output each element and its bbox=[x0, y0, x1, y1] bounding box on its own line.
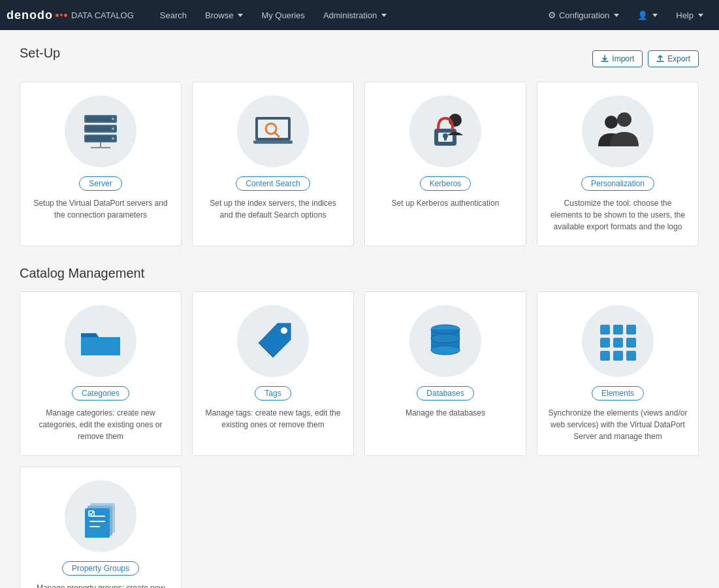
nav-search-label: Search bbox=[160, 10, 187, 20]
setup-title: Set-Up bbox=[20, 46, 60, 61]
nav-my-queries[interactable]: My Queries bbox=[252, 0, 313, 30]
svg-point-22 bbox=[617, 112, 631, 127]
tags-badge: Tags bbox=[255, 386, 291, 400]
denodo-dots bbox=[56, 14, 67, 17]
content-search-badge: Content Search bbox=[236, 176, 310, 191]
svg-rect-20 bbox=[444, 137, 447, 140]
card-tags[interactable]: Tags Manage tags: create new tags, edit … bbox=[192, 291, 354, 456]
nav-configuration-label: Configuration bbox=[559, 10, 609, 20]
elements-desc: Synchronize the elements (views and/or w… bbox=[548, 407, 688, 442]
nav-right: ⚙ Configuration 👤 Help bbox=[539, 0, 712, 30]
server-icon-wrap bbox=[65, 95, 136, 167]
property-groups-icon bbox=[80, 495, 122, 538]
personalization-icon-wrap bbox=[582, 95, 654, 167]
databases-icon bbox=[423, 320, 468, 363]
dot1 bbox=[56, 14, 59, 17]
svg-rect-15 bbox=[253, 140, 293, 144]
card-elements[interactable]: Elements Synchronize the elements (views… bbox=[537, 291, 699, 456]
denodo-wordmark: denodo bbox=[7, 8, 53, 22]
main-content: Set-Up Import Export bbox=[0, 30, 718, 588]
tags-icon-wrap bbox=[237, 305, 309, 377]
svg-point-23 bbox=[281, 327, 287, 334]
nav-administration[interactable]: Administration bbox=[314, 0, 396, 30]
configuration-gear-icon: ⚙ bbox=[548, 10, 556, 20]
import-label: Import bbox=[612, 54, 634, 63]
svg-rect-12 bbox=[258, 120, 288, 138]
nav-help[interactable]: Help bbox=[667, 0, 712, 30]
elements-icon-wrap bbox=[582, 305, 654, 377]
categories-desc: Manage categories: create new categories… bbox=[31, 407, 170, 442]
property-groups-icon-wrap bbox=[65, 480, 136, 552]
setup-cards: Server Setup the Virtual DataPort server… bbox=[20, 82, 699, 246]
configuration-caret-icon bbox=[614, 14, 619, 17]
svg-rect-37 bbox=[600, 351, 610, 361]
catalog-title: DATA CATALOG bbox=[71, 10, 134, 20]
catalog-management-cards: Categories Manage categories: create new… bbox=[20, 291, 699, 456]
property-groups-badge: Property Groups bbox=[62, 561, 139, 576]
card-categories[interactable]: Categories Manage categories: create new… bbox=[20, 291, 182, 456]
svg-rect-31 bbox=[600, 325, 610, 335]
svg-rect-1 bbox=[86, 116, 116, 122]
elements-icon bbox=[597, 321, 639, 361]
nav-administration-label: Administration bbox=[323, 10, 377, 20]
server-icon bbox=[78, 112, 123, 151]
svg-rect-39 bbox=[626, 351, 636, 361]
card-server[interactable]: Server Setup the Virtual DataPort server… bbox=[20, 82, 182, 246]
kerberos-icon bbox=[423, 110, 468, 153]
elements-badge: Elements bbox=[592, 386, 644, 400]
card-property-groups[interactable]: Property Groups Manage property groups: … bbox=[20, 466, 182, 588]
nav-search[interactable]: Search bbox=[151, 0, 196, 30]
svg-point-21 bbox=[605, 116, 618, 129]
export-label: Export bbox=[667, 54, 690, 63]
nav-my-queries-label: My Queries bbox=[261, 10, 304, 20]
content-search-desc: Set up the index servers, the indices an… bbox=[203, 197, 343, 221]
action-buttons: Import Export bbox=[592, 50, 699, 67]
databases-badge: Databases bbox=[417, 386, 473, 400]
svg-rect-33 bbox=[626, 325, 636, 335]
catalog-management-bottom-cards: Property Groups Manage property groups: … bbox=[20, 466, 699, 588]
nav-user[interactable]: 👤 bbox=[628, 0, 667, 30]
card-personalization[interactable]: Personalization Customize the tool: choo… bbox=[537, 82, 699, 246]
svg-rect-4 bbox=[86, 126, 116, 131]
svg-point-5 bbox=[112, 127, 114, 130]
export-icon bbox=[656, 55, 664, 63]
user-icon: 👤 bbox=[637, 10, 648, 20]
brand-area: denodo DATA CATALOG bbox=[7, 8, 144, 22]
nav-help-label: Help bbox=[676, 10, 694, 20]
personalization-badge: Personalization bbox=[581, 176, 654, 191]
content-search-icon bbox=[250, 112, 296, 151]
card-databases[interactable]: Databases Manage the databases bbox=[364, 291, 526, 456]
card-kerberos[interactable]: Kerberos Set up Kerberos authentication bbox=[364, 82, 526, 246]
svg-rect-38 bbox=[613, 351, 623, 361]
tags-desc: Manage tags: create new tags, edit the e… bbox=[203, 407, 343, 431]
categories-icon bbox=[78, 321, 123, 361]
kerberos-badge: Kerberos bbox=[420, 176, 471, 191]
categories-badge: Categories bbox=[72, 386, 129, 400]
nav-browse[interactable]: Browse bbox=[196, 0, 252, 30]
dot2 bbox=[60, 14, 63, 16]
tags-icon bbox=[250, 320, 296, 363]
property-groups-desc: Manage property groups: create new group… bbox=[31, 582, 170, 588]
categories-icon-wrap bbox=[65, 305, 136, 377]
svg-rect-34 bbox=[600, 338, 610, 348]
databases-desc: Manage the databases bbox=[406, 407, 485, 419]
card-content-search[interactable]: Content Search Set up the index servers,… bbox=[192, 82, 354, 246]
svg-point-2 bbox=[112, 118, 114, 120]
dot3 bbox=[64, 14, 67, 17]
personalization-desc: Customize the tool: choose the elements … bbox=[548, 197, 688, 233]
import-icon bbox=[601, 55, 609, 63]
import-button[interactable]: Import bbox=[592, 50, 643, 67]
svg-rect-36 bbox=[626, 338, 636, 348]
svg-point-8 bbox=[112, 137, 114, 140]
databases-icon-wrap bbox=[409, 305, 481, 377]
navbar: denodo DATA CATALOG Search Browse My Que… bbox=[0, 0, 719, 30]
export-button[interactable]: Export bbox=[648, 50, 699, 67]
server-desc: Setup the Virtual DataPort servers and t… bbox=[31, 197, 170, 221]
browse-caret-icon bbox=[238, 14, 243, 17]
catalog-management-title: Catalog Management bbox=[20, 266, 699, 281]
nav-configuration[interactable]: ⚙ Configuration bbox=[539, 0, 628, 30]
svg-rect-32 bbox=[613, 325, 623, 335]
content-search-icon-wrap bbox=[237, 95, 309, 167]
svg-rect-35 bbox=[613, 338, 623, 348]
denodo-logo: denodo bbox=[7, 8, 67, 22]
